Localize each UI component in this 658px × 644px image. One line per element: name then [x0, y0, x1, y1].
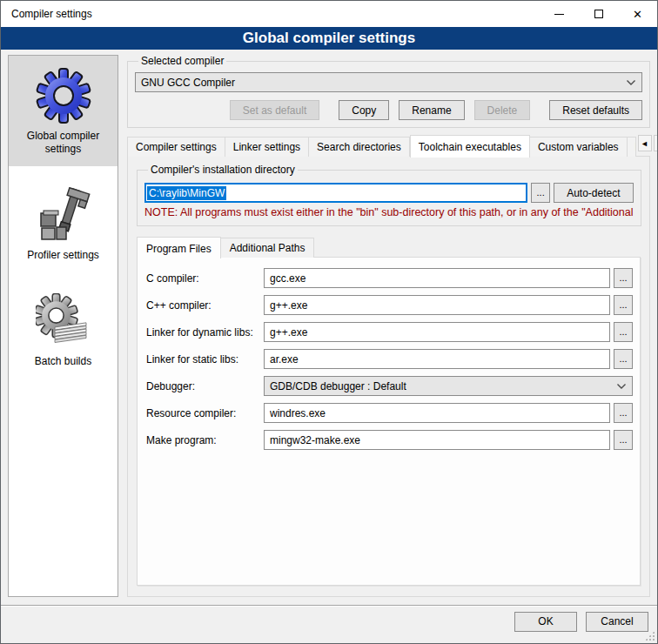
copy-button[interactable]: Copy [339, 100, 389, 120]
tab-scroll-left-button[interactable]: ◄ [638, 135, 652, 151]
dynamic-linker-label: Linker for dynamic libs: [146, 326, 264, 339]
sidebar-item-batch-builds[interactable]: Batch builds [9, 281, 118, 379]
sidebar: Global compiler settings Profiler settin… [8, 55, 118, 597]
set-as-default-button[interactable]: Set as default [230, 100, 319, 120]
program-files-page: C compiler: ... C++ compiler: ... Linker… [137, 257, 641, 586]
reset-defaults-button[interactable]: Reset defaults [549, 100, 642, 120]
ok-button[interactable]: OK [514, 612, 577, 632]
rename-button[interactable]: Rename [399, 100, 464, 120]
blue-gear-icon [36, 68, 91, 124]
install-dir-row: C:\raylib\MinGW ... Auto-detect [144, 183, 634, 203]
install-dir-selected-text: C:\raylib\MinGW [147, 186, 226, 200]
field-row-make-program: Make program: ... [146, 430, 633, 450]
tab-build-clipped[interactable]: Builc [628, 137, 636, 157]
install-dir-note: NOTE: All programs must exist either in … [144, 206, 634, 218]
field-row-resource-compiler: Resource compiler: ... [146, 403, 633, 423]
minimize-icon [554, 14, 564, 15]
field-row-cpp-compiler: C++ compiler: ... [146, 295, 633, 315]
close-icon: ✕ [633, 9, 642, 20]
debugger-label: Debugger: [146, 380, 264, 392]
cpp-compiler-input[interactable] [264, 295, 610, 315]
dynamic-linker-input[interactable] [264, 322, 610, 342]
install-dir-groupbox: Compiler's installation directory C:\ray… [137, 164, 641, 226]
caliper-profiler-icon [36, 187, 91, 243]
sidebar-item-profiler-settings[interactable]: Profiler settings [9, 175, 118, 272]
subtab-program-files[interactable]: Program Files [137, 237, 221, 258]
debugger-select[interactable]: GDB/CDB debugger : Default [264, 376, 633, 396]
chevron-down-icon [626, 79, 636, 86]
page-title: Global compiler settings [1, 27, 657, 50]
dynamic-linker-browse-button[interactable]: ... [614, 322, 633, 342]
static-linker-input[interactable] [264, 349, 610, 369]
selected-compiler-groupbox: Selected compiler GNU GCC Compiler Set a… [127, 55, 650, 128]
compiler-select[interactable]: GNU GCC Compiler [135, 72, 642, 92]
cancel-button[interactable]: Cancel [586, 612, 648, 632]
make-program-input[interactable] [264, 430, 610, 450]
field-row-static-linker: Linker for static libs: ... [146, 349, 633, 369]
field-row-debugger: Debugger: GDB/CDB debugger : Default [146, 376, 633, 396]
gear-stack-icon [36, 293, 91, 349]
make-program-label: Make program: [146, 434, 264, 446]
resize-grip[interactable] [644, 630, 655, 641]
tab-scroll-right-button[interactable]: ► [654, 135, 658, 151]
sidebar-item-label: Profiler settings [27, 249, 99, 262]
autodetect-button[interactable]: Auto-detect [554, 183, 633, 203]
window-controls: ✕ [540, 1, 657, 27]
titlebar[interactable]: Compiler settings ✕ [1, 1, 657, 27]
minimize-button[interactable] [540, 1, 579, 27]
toolchain-subtabbar: Program Files Additional Paths [137, 237, 641, 258]
install-dir-input[interactable]: C:\raylib\MinGW [144, 183, 527, 203]
sidebar-item-global-compiler-settings[interactable]: Global compiler settings [9, 56, 118, 166]
compiler-settings-dialog: Compiler settings ✕ Global compiler sett… [0, 0, 658, 644]
field-row-c-compiler: C compiler: ... [146, 268, 633, 288]
tab-search-directories[interactable]: Search directories [309, 137, 410, 157]
c-compiler-input[interactable] [264, 268, 610, 288]
c-compiler-browse-button[interactable]: ... [614, 268, 633, 288]
debugger-select-value: GDB/CDB debugger : Default [270, 380, 616, 392]
field-row-dynamic-linker: Linker for dynamic libs: ... [146, 322, 633, 342]
compiler-select-value: GNU GCC Compiler [141, 77, 626, 89]
static-linker-browse-button[interactable]: ... [614, 349, 633, 369]
footer: OK Cancel [1, 607, 657, 643]
tab-linker-settings[interactable]: Linker settings [225, 137, 309, 157]
maximize-icon [594, 10, 603, 18]
tab-toolchain-executables[interactable]: Toolchain executables [410, 135, 530, 158]
window-title: Compiler settings [1, 8, 92, 20]
resource-compiler-label: Resource compiler: [146, 407, 264, 419]
resource-compiler-browse-button[interactable]: ... [614, 403, 633, 423]
dialog-content: Global compiler settings Profiler settin… [1, 50, 657, 605]
tab-compiler-settings[interactable]: Compiler settings [127, 137, 225, 157]
main-panel: Selected compiler GNU GCC Compiler Set a… [127, 55, 650, 597]
delete-button[interactable]: Delete [474, 100, 531, 120]
toolchain-executables-page: Compiler's installation directory C:\ray… [127, 156, 650, 597]
sidebar-item-label: Batch builds [35, 355, 91, 368]
resource-compiler-input[interactable] [264, 403, 610, 423]
install-dir-browse-button[interactable]: ... [531, 183, 550, 203]
make-program-browse-button[interactable]: ... [614, 430, 633, 450]
compiler-actions: Set as default Copy Rename Delete Reset … [135, 100, 642, 120]
chevron-down-icon [616, 383, 627, 390]
selected-compiler-legend: Selected compiler [138, 55, 226, 67]
subtab-additional-paths[interactable]: Additional Paths [221, 238, 315, 258]
static-linker-label: Linker for static libs: [146, 353, 264, 366]
close-button[interactable]: ✕ [618, 1, 657, 27]
tab-custom-variables[interactable]: Custom variables [530, 137, 628, 157]
cpp-compiler-browse-button[interactable]: ... [614, 295, 633, 315]
maximize-button[interactable] [579, 1, 618, 27]
tab-scroll-buttons: ◄ ► [638, 135, 658, 151]
install-dir-legend: Compiler's installation directory [148, 164, 298, 176]
settings-tabbar: Compiler settings Linker settings Search… [127, 135, 650, 157]
cpp-compiler-label: C++ compiler: [146, 299, 264, 312]
sidebar-item-label: Global compiler settings [12, 130, 114, 156]
c-compiler-label: C compiler: [146, 272, 264, 285]
